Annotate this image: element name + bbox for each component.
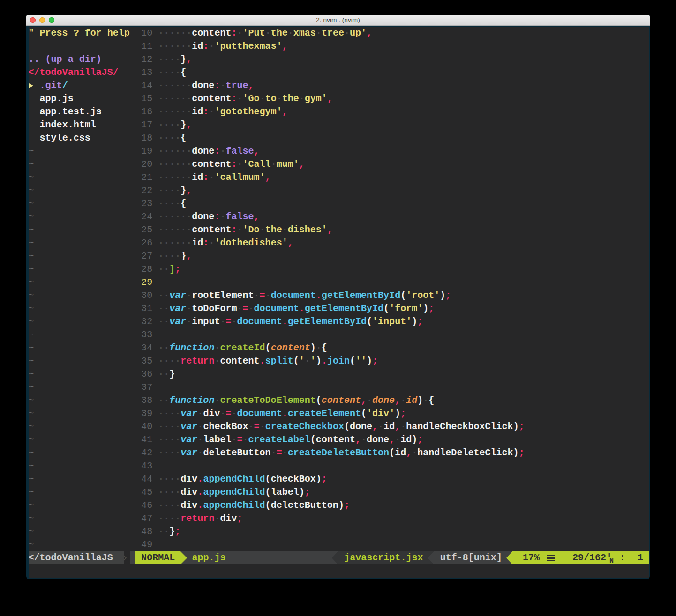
svg-text:N: N (609, 557, 614, 564)
